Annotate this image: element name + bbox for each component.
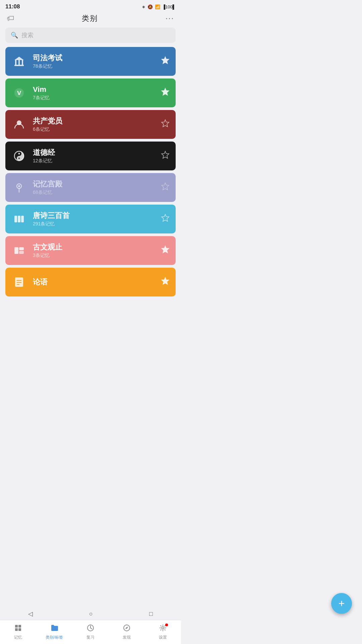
cat-info-3: 共产党员 6条记忆 [33,116,161,133]
category-item-1[interactable]: 司法考试 78条记忆 [5,47,176,76]
cat-count-2: 7条记忆 [33,95,161,101]
more-button[interactable]: ··· [166,15,174,22]
category-item-6[interactable]: 唐诗三百首 291条记忆 [5,205,176,233]
svg-point-16 [18,185,20,187]
category-list: 司法考试 78条记忆 v Vim 7条记忆 共产党员 6条记忆 [0,47,181,330]
svg-marker-5 [162,57,169,64]
category-item-7[interactable]: 古文观止 3条记忆 [5,236,176,265]
header: 🏷 类别 ··· [0,12,181,28]
svg-rect-24 [19,251,24,254]
cat-title-8: 论语 [33,277,161,287]
star-button-4[interactable] [161,151,170,161]
cat-info-6: 唐诗三百首 291条记忆 [33,211,161,227]
svg-rect-23 [19,247,24,250]
cat-info-8: 论语 [33,277,161,287]
svg-rect-20 [21,216,24,222]
cat-icon-6 [11,211,27,227]
status-time: 11:08 [5,3,20,10]
bluetooth-icon: ∗ [142,4,145,9]
svg-point-13 [18,158,20,159]
svg-marker-30 [162,277,169,284]
svg-rect-3 [22,60,23,65]
cat-title-7: 古文观止 [33,243,161,252]
star-button-5[interactable] [161,182,170,193]
category-item-5[interactable]: 记忆宫殿 68条记忆 [5,173,176,202]
cat-title-5: 记忆宫殿 [33,179,161,189]
svg-point-12 [18,153,20,155]
status-icons: ∗ 🔕 📶 ▐100▌ [142,4,176,9]
category-item-2[interactable]: v Vim 7条记忆 [5,78,176,107]
cat-icon-4 [11,148,27,164]
cat-icon-5 [11,180,27,195]
svg-rect-1 [15,60,16,65]
svg-marker-4 [14,57,24,60]
notify-icon: 🔕 [147,4,153,9]
cat-count-1: 78条记忆 [33,63,161,69]
svg-rect-0 [14,65,24,66]
tag-icon[interactable]: 🏷 [7,14,14,23]
cat-count-5: 68条记忆 [33,190,161,196]
svg-rect-19 [18,216,20,222]
star-button-7[interactable] [161,245,170,256]
search-input[interactable] [21,32,170,39]
cat-info-4: 道德经 12条记忆 [33,148,161,164]
cat-count-6: 291条记忆 [33,221,161,227]
cat-count-7: 3条记忆 [33,253,161,259]
cat-icon-1 [11,54,27,69]
page-title: 类别 [82,13,98,23]
cat-info-2: Vim 7条记忆 [33,85,161,101]
battery-icon: ▐100▌ [162,4,176,9]
status-bar: 11:08 ∗ 🔕 📶 ▐100▌ [0,0,181,12]
cat-title-4: 道德经 [33,148,161,158]
cat-info-5: 记忆宫殿 68条记忆 [33,179,161,196]
search-icon: 🔍 [11,32,18,39]
cat-title-3: 共产党员 [33,116,161,126]
cat-icon-3 [11,117,27,132]
cat-icon-8 [11,274,27,290]
svg-text:v: v [17,88,21,97]
category-item-8[interactable]: 论语 [5,268,176,297]
cat-icon-2: v [11,85,27,101]
svg-rect-2 [18,60,20,65]
star-button-1[interactable] [161,56,170,67]
svg-marker-21 [162,214,169,221]
category-item-4[interactable]: 道德经 12条记忆 [5,142,176,170]
svg-marker-17 [162,183,169,190]
svg-rect-22 [14,247,18,254]
star-button-3[interactable] [161,119,170,130]
cat-title-2: Vim [33,85,161,95]
wifi-icon: 📶 [155,4,160,9]
svg-rect-18 [14,216,17,222]
star-button-8[interactable] [161,277,170,287]
star-button-2[interactable] [161,88,170,98]
svg-marker-10 [162,120,169,127]
cat-title-6: 唐诗三百首 [33,211,161,221]
category-item-3[interactable]: 共产党员 6条记忆 [5,110,176,139]
cat-info-1: 司法考试 78条记忆 [33,53,161,70]
cat-title-1: 司法考试 [33,53,161,63]
cat-count-3: 6条记忆 [33,126,161,132]
svg-marker-25 [162,246,169,253]
star-button-6[interactable] [161,214,170,224]
svg-marker-14 [162,151,169,158]
svg-marker-8 [162,88,169,95]
cat-info-7: 古文观止 3条记忆 [33,243,161,259]
cat-count-4: 12条记忆 [33,158,161,164]
cat-icon-7 [11,243,27,258]
search-bar[interactable]: 🔍 [5,28,176,43]
